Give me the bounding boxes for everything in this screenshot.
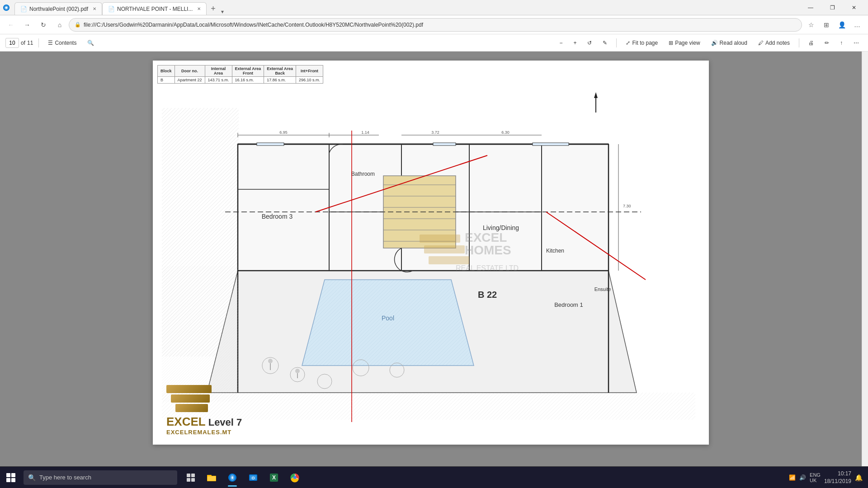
title-bar-left bbox=[0, 4, 13, 11]
taskbar-search-placeholder: Type here to search bbox=[39, 474, 91, 481]
svg-rect-61 bbox=[420, 235, 460, 243]
svg-marker-5 bbox=[302, 280, 474, 366]
level-text: Level 7 bbox=[208, 417, 242, 428]
svg-text:7.30: 7.30 bbox=[623, 204, 631, 208]
svg-text:X: X bbox=[272, 474, 276, 481]
page-separator: of bbox=[21, 40, 25, 46]
contents-button[interactable]: ☰ Contents bbox=[44, 38, 80, 48]
tab-pdf1-close[interactable]: ✕ bbox=[93, 6, 96, 11]
domain-text: EXCELREMALES.MT bbox=[166, 429, 231, 436]
taskbar-app-excel[interactable]: X bbox=[264, 468, 284, 488]
back-button[interactable]: ← bbox=[4, 18, 18, 32]
windows-icon bbox=[6, 473, 15, 482]
svg-text:B 22: B 22 bbox=[478, 290, 497, 300]
svg-rect-69 bbox=[533, 143, 569, 145]
favorites-button[interactable]: ☆ bbox=[804, 18, 818, 32]
contents-label: Contents bbox=[55, 40, 76, 46]
annotation-icon: ✎ bbox=[603, 40, 607, 46]
refresh-button[interactable]: ↻ bbox=[36, 18, 51, 32]
cell-door: Apartment 22 bbox=[175, 77, 205, 84]
nav-bar: ← → ↻ ⌂ 🔒 file:///C:/Users/Godwin%20Darm… bbox=[0, 15, 868, 34]
home-button[interactable]: ⌂ bbox=[52, 18, 67, 32]
svg-text:3.72: 3.72 bbox=[431, 130, 439, 135]
add-notes-button[interactable]: 🖊 Add notes bbox=[755, 38, 793, 48]
draw-button[interactable]: ✏ bbox=[821, 38, 833, 48]
search-pdf-icon: 🔍 bbox=[87, 40, 94, 46]
cell-ext-front: 16.16 s.m. bbox=[232, 77, 264, 84]
page-view-button[interactable]: ⊞ Page view bbox=[665, 38, 703, 48]
scrollbar-area[interactable] bbox=[862, 52, 868, 466]
svg-point-56 bbox=[295, 369, 300, 373]
close-button[interactable]: ✕ bbox=[844, 0, 864, 15]
spec-table: Block Door no. InternalArea External Are… bbox=[157, 65, 323, 84]
edge-window-icon bbox=[3, 4, 10, 11]
forward-button[interactable]: → bbox=[20, 18, 34, 32]
profile-button[interactable]: 👤 bbox=[835, 18, 849, 32]
tab-pdf2-label: NORTHVALE POINT - MELLI... bbox=[117, 6, 193, 12]
taskbar-app-outlook[interactable]: O bbox=[243, 468, 263, 488]
annotation-button[interactable]: ✎ bbox=[599, 38, 611, 48]
zoom-rotate-button[interactable]: ↺ bbox=[584, 38, 595, 48]
more-tools-button[interactable]: ⋯ bbox=[850, 38, 863, 48]
tab-pdf2-close[interactable]: ✕ bbox=[197, 6, 201, 11]
svg-text:6.30: 6.30 bbox=[501, 130, 509, 135]
svg-rect-73 bbox=[191, 478, 195, 482]
taskbar-search-icon: 🔍 bbox=[28, 474, 36, 481]
start-button[interactable] bbox=[0, 467, 22, 488]
col-door: Door no. bbox=[175, 66, 205, 77]
tab-pdf2-icon: 📄 bbox=[108, 6, 114, 12]
read-aloud-label: Read aloud bbox=[720, 40, 747, 46]
new-tab-button[interactable]: + bbox=[207, 2, 219, 15]
address-text: file:///C:/Users/Godwin%20Darmanin/AppDa… bbox=[84, 22, 796, 28]
zoom-out-button[interactable]: − bbox=[556, 38, 566, 48]
svg-text:EXCEL: EXCEL bbox=[465, 230, 507, 244]
pdf-viewer[interactable]: Block Door no. InternalArea External Are… bbox=[0, 52, 862, 466]
floor-plan-svg: Bedroom 3 Bathroom Living/Dining Kitchen… bbox=[162, 83, 695, 422]
taskbar-app-chrome[interactable] bbox=[285, 468, 305, 488]
minimize-button[interactable]: — bbox=[800, 0, 821, 15]
search-pdf-button[interactable]: 🔍 bbox=[84, 38, 98, 48]
toolbar-divider-1 bbox=[38, 38, 39, 47]
settings-button[interactable]: … bbox=[850, 18, 864, 32]
system-clock[interactable]: 10:17 18/11/2019 bbox=[824, 470, 851, 485]
taskbar-right: 📶 🔊 ENG UK 10:17 18/11/2019 🔔 bbox=[783, 470, 868, 485]
tabs-area: 📄 NorthvalePoint (002).pdf ✕ 📄 NORTHVALE… bbox=[13, 0, 797, 15]
cell-int-front: 296.10 s.m. bbox=[296, 77, 323, 84]
tab-pdf2[interactable]: 📄 NORTHVALE POINT - MELLI... ✕ bbox=[102, 2, 207, 15]
main-content: Block Door no. InternalArea External Are… bbox=[0, 52, 868, 466]
clock-time: 10:17 bbox=[824, 470, 851, 478]
svg-text:HOMES: HOMES bbox=[465, 243, 511, 257]
notification-button[interactable]: 🔔 bbox=[855, 474, 863, 481]
zoom-in-button[interactable]: + bbox=[570, 38, 580, 48]
taskbar-search-box[interactable]: 🔍 Type here to search bbox=[24, 470, 177, 485]
tray-volume-icon[interactable]: 🔊 bbox=[799, 474, 806, 481]
col-internal: InternalArea bbox=[205, 66, 232, 77]
taskbar-app-edge[interactable] bbox=[222, 468, 242, 488]
tab-list-button[interactable]: ▾ bbox=[219, 9, 226, 15]
svg-marker-45 bbox=[594, 92, 598, 98]
fit-to-page-button[interactable]: ⤢ Fit to page bbox=[622, 38, 661, 48]
tab-pdf1-label: NorthvalePoint (002).pdf bbox=[29, 6, 88, 12]
tab-pdf1[interactable]: 📄 NorthvalePoint (002).pdf ✕ bbox=[14, 2, 102, 15]
maximize-button[interactable]: ❐ bbox=[822, 0, 843, 15]
svg-rect-50 bbox=[162, 266, 239, 402]
page-view-icon: ⊞ bbox=[669, 40, 673, 46]
share-button[interactable]: ↑ bbox=[836, 38, 846, 48]
fit-label: Fit to page bbox=[632, 40, 658, 46]
more-icon: ⋯ bbox=[854, 40, 859, 46]
print-button[interactable]: 🖨 bbox=[805, 38, 817, 48]
svg-rect-62 bbox=[424, 245, 465, 253]
address-bar[interactable]: 🔒 file:///C:/Users/Godwin%20Darmanin/App… bbox=[69, 18, 802, 32]
page-number-input[interactable] bbox=[5, 38, 19, 48]
collections-button[interactable]: ⊞ bbox=[819, 18, 834, 32]
tray-network-icon[interactable]: 📶 bbox=[789, 474, 796, 481]
add-notes-icon: 🖊 bbox=[758, 40, 764, 46]
add-notes-label: Add notes bbox=[765, 40, 790, 46]
task-view-button[interactable] bbox=[181, 468, 201, 488]
floor-plan-container: Block Door no. InternalArea External Are… bbox=[153, 61, 709, 445]
svg-text:Ensuite: Ensuite bbox=[594, 286, 611, 292]
language-badge[interactable]: ENG UK bbox=[810, 472, 821, 483]
read-aloud-button[interactable]: 🔊 Read aloud bbox=[708, 38, 751, 48]
taskbar-app-file-explorer[interactable] bbox=[202, 468, 222, 488]
excel-logo bbox=[166, 385, 212, 412]
